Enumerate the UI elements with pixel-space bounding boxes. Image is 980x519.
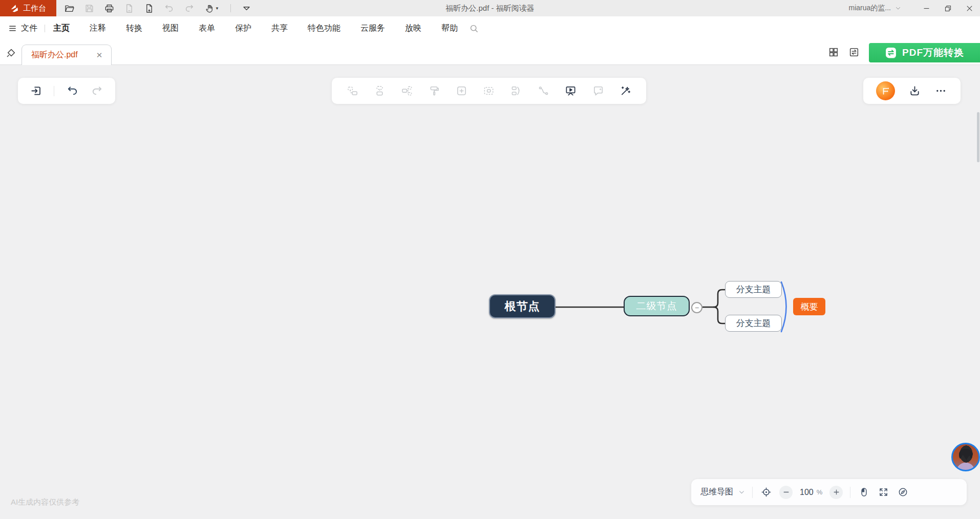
menu-item-convert[interactable]: 转换 bbox=[126, 23, 142, 34]
collapse-branch-button[interactable]: − bbox=[691, 302, 702, 313]
menu-item-form[interactable]: 表单 bbox=[199, 23, 215, 34]
menu-item-home[interactable]: 主页 bbox=[53, 23, 70, 34]
compass-icon[interactable] bbox=[897, 486, 909, 499]
annotate-pen-icon[interactable] bbox=[5, 47, 17, 59]
controls-divider bbox=[850, 487, 850, 498]
menubar: 文件 主页 注释 转换 视图 表单 保护 共享 特色功能 云服务 放映 帮助 bbox=[0, 16, 980, 40]
search-icon[interactable] bbox=[469, 24, 479, 33]
toolbar-divider bbox=[230, 4, 231, 12]
convert-swap-icon bbox=[885, 47, 898, 59]
pdf-convert-button[interactable]: PDF万能转换 bbox=[869, 43, 980, 62]
vertical-scrollbar[interactable] bbox=[977, 112, 979, 162]
menu-item-help[interactable]: 帮助 bbox=[441, 23, 458, 34]
titlebar: 工作台 ▼ 福昕办公.pdf - 福昕阅读器 miarua的监... bbox=[0, 0, 980, 16]
panel-divider bbox=[54, 86, 54, 96]
root-node-label: 根节点 bbox=[505, 299, 540, 314]
mindmap-connectors bbox=[0, 65, 980, 519]
tabbar: 福昕办公.pdf ✕ PDF万能转换 bbox=[0, 40, 980, 65]
zoom-out-button[interactable] bbox=[779, 486, 793, 499]
restore-button[interactable] bbox=[937, 0, 958, 16]
tab-close-icon[interactable]: ✕ bbox=[95, 51, 104, 60]
delete-page-icon bbox=[123, 3, 135, 14]
redo-icon bbox=[183, 3, 195, 14]
menu-item-share[interactable]: 共享 bbox=[271, 23, 288, 34]
ai-disclaimer: AI生成内容仅供参考 bbox=[11, 498, 79, 507]
format-painter-icon bbox=[428, 84, 441, 98]
foxit-reader-window: 工作台 ▼ 福昕办公.pdf - 福昕阅读器 miarua的监... bbox=[0, 0, 980, 519]
hand-tool-icon[interactable]: ▼ bbox=[203, 3, 221, 14]
user-name: miarua的监... bbox=[849, 4, 891, 13]
mindmap-root-node[interactable]: 根节点 bbox=[489, 294, 556, 318]
view-controls: 思维导图 100 % bbox=[691, 479, 967, 505]
chevron-down-icon bbox=[738, 489, 745, 495]
tab-label: 福昕办公.pdf bbox=[31, 50, 95, 60]
collapse-ribbon-icon[interactable] bbox=[241, 3, 252, 14]
second-node-label: 二级节点 bbox=[636, 299, 677, 313]
locate-center-icon[interactable] bbox=[760, 486, 772, 499]
print-icon[interactable] bbox=[103, 3, 115, 14]
document-tab[interactable]: 福昕办公.pdf ✕ bbox=[22, 45, 112, 65]
swap-document-icon[interactable] bbox=[848, 47, 861, 59]
mindmap-canvas[interactable]: 根节点 二级节点 − 分支主题 分支主题 概要 思维导图 100 % AI生成内… bbox=[0, 65, 980, 519]
menu-file[interactable]: 文件 bbox=[8, 23, 37, 34]
undo-icon bbox=[163, 3, 175, 14]
focus-node-icon bbox=[482, 84, 496, 98]
controls-divider bbox=[752, 487, 753, 498]
workspace-button[interactable]: 工作台 bbox=[0, 0, 56, 16]
chevron-down-icon bbox=[895, 5, 901, 11]
mindmap-redo-icon bbox=[91, 84, 104, 98]
mouse-mode-icon[interactable] bbox=[858, 486, 870, 499]
grid-view-icon[interactable] bbox=[828, 47, 840, 59]
minimize-button[interactable] bbox=[915, 0, 937, 16]
insert-child-node-icon bbox=[400, 84, 414, 98]
mindmap-toolbar bbox=[332, 78, 646, 104]
menu-item-comment[interactable]: 注释 bbox=[90, 23, 106, 34]
open-folder-icon[interactable] bbox=[63, 3, 75, 14]
ai-beautify-icon[interactable] bbox=[619, 84, 632, 98]
save-icon bbox=[83, 3, 95, 14]
branch-bottom-label: 分支主题 bbox=[736, 317, 771, 329]
summary-node-label: 概要 bbox=[801, 301, 818, 313]
presentation-icon[interactable] bbox=[564, 84, 578, 98]
ai-comment-icon bbox=[591, 84, 605, 98]
mindmap-logo-icon[interactable] bbox=[876, 81, 895, 100]
insert-page-icon[interactable] bbox=[143, 3, 155, 14]
insert-topic-icon bbox=[455, 84, 468, 98]
foxit-logo-icon bbox=[10, 4, 19, 13]
diagram-mode-label: 思维导图 bbox=[700, 487, 733, 498]
close-button[interactable] bbox=[958, 0, 980, 16]
summary-icon bbox=[509, 84, 523, 98]
hand-tool-caret-icon: ▼ bbox=[215, 6, 219, 11]
hamburger-icon bbox=[8, 24, 17, 33]
zoom-value: 100 bbox=[800, 488, 814, 497]
exit-mindmap-icon[interactable] bbox=[29, 84, 42, 98]
more-options-icon[interactable] bbox=[934, 84, 948, 98]
mindmap-undo-icon[interactable] bbox=[66, 84, 79, 98]
menu-item-present[interactable]: 放映 bbox=[405, 23, 421, 34]
menu-divider bbox=[45, 25, 45, 32]
mindmap-second-node[interactable]: 二级节点 bbox=[624, 296, 690, 316]
download-icon[interactable] bbox=[908, 84, 922, 98]
assistant-avatar[interactable] bbox=[951, 443, 980, 471]
menu-file-label: 文件 bbox=[21, 23, 37, 34]
diagram-mode-select[interactable]: 思维导图 bbox=[700, 487, 745, 498]
menu-item-view[interactable]: 视图 bbox=[162, 23, 179, 34]
insert-parent-node-icon bbox=[373, 84, 387, 98]
zoom-percent-sign: % bbox=[817, 488, 823, 496]
mindmap-branch-node-top[interactable]: 分支主题 bbox=[725, 281, 782, 298]
relationship-icon bbox=[537, 84, 550, 98]
menu-item-cloud[interactable]: 云服务 bbox=[360, 23, 385, 34]
workspace-label: 工作台 bbox=[23, 4, 46, 13]
zoom-in-button[interactable] bbox=[829, 486, 843, 499]
branch-top-label: 分支主题 bbox=[736, 284, 771, 295]
menu-item-features[interactable]: 特色功能 bbox=[308, 23, 340, 34]
menu-item-protect[interactable]: 保护 bbox=[235, 23, 251, 34]
insert-sibling-node-icon bbox=[346, 84, 359, 98]
pdf-convert-label: PDF万能转换 bbox=[902, 46, 964, 59]
export-panel bbox=[863, 78, 961, 104]
history-panel bbox=[18, 78, 115, 104]
fullscreen-icon[interactable] bbox=[877, 486, 889, 499]
mindmap-summary-node[interactable]: 概要 bbox=[793, 298, 825, 315]
user-account-menu[interactable]: miarua的监... bbox=[849, 4, 901, 13]
mindmap-branch-node-bottom[interactable]: 分支主题 bbox=[725, 315, 782, 332]
